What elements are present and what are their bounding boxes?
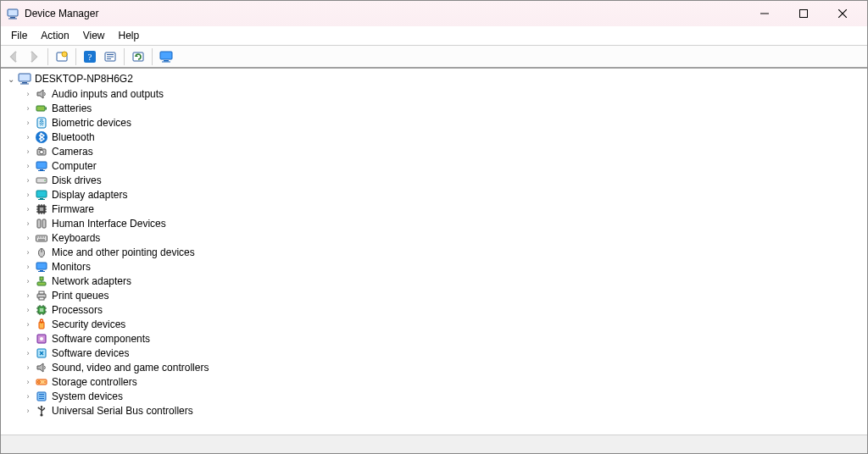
scan-button[interactable] bbox=[129, 47, 147, 66]
tree-category[interactable]: ›Processors bbox=[4, 302, 864, 317]
svg-rect-70 bbox=[39, 398, 44, 399]
collapse-icon[interactable]: ⌄ bbox=[6, 75, 16, 84]
svg-rect-43 bbox=[42, 236, 43, 237]
softdev-icon bbox=[35, 346, 48, 360]
category-label: Security devices bbox=[52, 318, 125, 330]
tree-category[interactable]: ›Cameras bbox=[4, 144, 864, 158]
device-tree[interactable]: ⌄ DESKTOP-NP8H6G2 ›Audio inputs and outp… bbox=[1, 69, 867, 435]
svg-rect-4 bbox=[800, 10, 808, 18]
svg-rect-2 bbox=[8, 19, 17, 19]
menu-view[interactable]: View bbox=[76, 28, 112, 43]
help-button[interactable]: ? bbox=[81, 47, 99, 66]
tree-category[interactable]: ›Display adapters bbox=[4, 187, 864, 202]
svg-rect-34 bbox=[38, 199, 45, 200]
tree-category[interactable]: ›System devices bbox=[4, 389, 864, 403]
expand-icon[interactable]: › bbox=[23, 306, 33, 314]
network-icon bbox=[35, 274, 48, 288]
camera-icon bbox=[35, 145, 48, 158]
statusbar bbox=[1, 435, 867, 453]
expand-icon[interactable]: › bbox=[23, 392, 33, 401]
tree-category[interactable]: ›Network adapters bbox=[4, 274, 864, 288]
tree-category[interactable]: ›Keyboards bbox=[4, 230, 864, 245]
forward-button[interactable] bbox=[25, 47, 43, 66]
tree-category[interactable]: ›Computer bbox=[4, 158, 864, 173]
app-icon bbox=[6, 7, 19, 20]
category-label: Software components bbox=[52, 333, 150, 345]
category-label: Network adapters bbox=[52, 275, 131, 287]
svg-rect-11 bbox=[107, 56, 114, 57]
add-driver-button[interactable] bbox=[157, 47, 175, 66]
expand-icon[interactable]: › bbox=[23, 191, 33, 199]
svg-rect-52 bbox=[40, 277, 43, 280]
tree-category[interactable]: ›Print queues bbox=[4, 288, 864, 302]
minimize-button[interactable] bbox=[745, 1, 784, 26]
svg-rect-16 bbox=[162, 61, 170, 62]
svg-point-25 bbox=[40, 150, 44, 154]
category-label: Software devices bbox=[52, 347, 129, 359]
expand-icon[interactable]: › bbox=[23, 119, 33, 127]
svg-rect-19 bbox=[20, 84, 29, 85]
expand-icon[interactable]: › bbox=[23, 363, 33, 372]
menu-file[interactable]: File bbox=[4, 28, 34, 43]
category-label: Print queues bbox=[52, 290, 108, 302]
menubar: File Action View Help bbox=[1, 26, 867, 45]
category-label: Storage controllers bbox=[52, 376, 137, 388]
expand-icon[interactable]: › bbox=[23, 104, 33, 113]
back-button[interactable] bbox=[4, 47, 23, 66]
monitor-small-icon bbox=[35, 159, 48, 173]
svg-rect-48 bbox=[36, 263, 47, 269]
tree-category[interactable]: ›Monitors bbox=[4, 259, 864, 274]
expand-icon[interactable]: › bbox=[23, 219, 33, 228]
svg-rect-26 bbox=[39, 147, 42, 149]
storage-icon bbox=[35, 375, 48, 389]
fingerprint-icon bbox=[35, 116, 48, 130]
bluetooth-icon bbox=[35, 130, 48, 144]
tree-category[interactable]: ›Mice and other pointing devices bbox=[4, 245, 864, 259]
menu-help[interactable]: Help bbox=[112, 28, 147, 43]
tree-category[interactable]: ›Batteries bbox=[4, 101, 864, 115]
expand-icon[interactable]: › bbox=[23, 320, 33, 329]
expand-icon[interactable]: › bbox=[23, 335, 33, 343]
expand-icon[interactable]: › bbox=[23, 234, 33, 242]
tree-category[interactable]: ›Biometric devices bbox=[4, 115, 864, 130]
tree-root[interactable]: ⌄ DESKTOP-NP8H6G2 bbox=[4, 71, 864, 86]
expand-icon[interactable]: › bbox=[23, 205, 33, 213]
svg-rect-20 bbox=[36, 106, 45, 111]
expand-icon[interactable]: › bbox=[23, 147, 33, 156]
tree-category[interactable]: ›Audio inputs and outputs bbox=[4, 86, 864, 101]
expand-icon[interactable]: › bbox=[23, 162, 33, 170]
expand-icon[interactable]: › bbox=[23, 133, 33, 141]
tree-category[interactable]: ›Software devices bbox=[4, 346, 864, 360]
expand-icon[interactable]: › bbox=[23, 90, 33, 98]
category-label: Cameras bbox=[52, 146, 93, 158]
tree-category[interactable]: ›Human Interface Devices bbox=[4, 216, 864, 230]
tree-category[interactable]: ›Firmware bbox=[4, 202, 864, 216]
tree-category[interactable]: ›Security devices bbox=[4, 317, 864, 331]
expand-icon[interactable]: › bbox=[23, 378, 33, 386]
expand-icon[interactable]: › bbox=[23, 349, 33, 357]
expand-icon[interactable]: › bbox=[23, 291, 33, 300]
maximize-button[interactable] bbox=[784, 1, 823, 26]
expand-icon[interactable]: › bbox=[23, 263, 33, 271]
close-button[interactable] bbox=[823, 1, 862, 26]
cpu-icon bbox=[35, 303, 48, 317]
menu-action[interactable]: Action bbox=[34, 28, 75, 43]
tree-category[interactable]: ›Bluetooth bbox=[4, 130, 864, 144]
svg-rect-68 bbox=[39, 394, 44, 395]
expand-icon[interactable]: › bbox=[23, 407, 33, 415]
drive-icon bbox=[35, 174, 48, 187]
tree-category[interactable]: ›Storage controllers bbox=[4, 374, 864, 389]
tree-category[interactable]: ›Sound, video and game controllers bbox=[4, 360, 864, 374]
category-label: Bluetooth bbox=[52, 131, 95, 143]
root-label: DESKTOP-NP8H6G2 bbox=[35, 73, 133, 85]
svg-rect-0 bbox=[8, 9, 18, 16]
category-label: Audio inputs and outputs bbox=[52, 88, 164, 100]
expand-icon[interactable]: › bbox=[23, 277, 33, 285]
properties-button[interactable] bbox=[101, 47, 120, 66]
tree-category[interactable]: ›Disk drives bbox=[4, 173, 864, 187]
expand-icon[interactable]: › bbox=[23, 176, 33, 185]
expand-icon[interactable]: › bbox=[23, 248, 33, 257]
tree-category[interactable]: ›Universal Serial Bus controllers bbox=[4, 403, 864, 418]
show-hidden-button[interactable] bbox=[53, 47, 71, 66]
tree-category[interactable]: ›Software components bbox=[4, 331, 864, 346]
